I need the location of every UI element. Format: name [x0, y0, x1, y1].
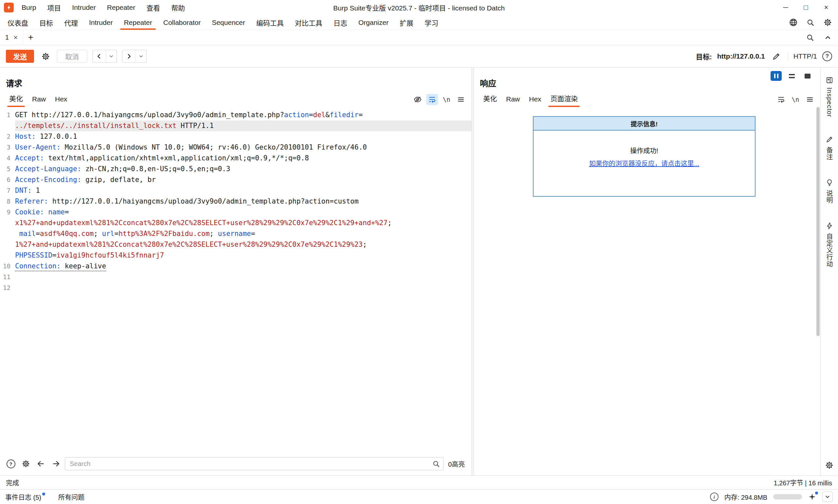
pane-divider[interactable]	[471, 68, 474, 475]
editor-line[interactable]: mail=asdf%40qq.com; url=http%3A%2F%2Fbai…	[0, 229, 471, 239]
tab-logger[interactable]: 日志	[328, 15, 353, 30]
editor-line-text[interactable]: GET http://127.0.0.1/haiyangcms/upload/3…	[15, 110, 471, 121]
globe-icon[interactable]	[789, 18, 798, 27]
tab-intruder[interactable]: Intruder	[84, 15, 118, 30]
editor-line[interactable]: 9Cookie: name=	[0, 207, 471, 218]
editor-line-text[interactable]: User-Agent: Mozilla/5.0 (Windows NT 10.0…	[15, 142, 471, 153]
editor-line-text[interactable]: mail=asdf%40qq.com; url=http%3A%2F%2Fbai…	[15, 229, 471, 239]
ai-sparkle-icon[interactable]	[808, 492, 816, 501]
http-version-selector[interactable]: HTTP/1	[794, 52, 817, 60]
sidebar-item-inspector[interactable]: Inspector	[825, 76, 834, 117]
request-tab-raw[interactable]: Raw	[28, 92, 50, 107]
tab-dashboard[interactable]: 仪表盘	[2, 15, 34, 30]
editor-line[interactable]: 11	[0, 272, 471, 283]
search-settings-gear-icon[interactable]	[20, 457, 32, 470]
forward-dropdown-button[interactable]	[136, 50, 147, 63]
editor-line[interactable]: 5Accept-Language: zh-CN,zh;q=0.8,en-US;q…	[0, 164, 471, 175]
previous-match-arrow-left-icon[interactable]	[35, 457, 47, 470]
editor-line-text[interactable]: Host: 127.0.0.1	[15, 131, 471, 142]
layout-columns-button[interactable]	[770, 71, 782, 81]
menu-view[interactable]: 查看	[141, 0, 165, 15]
tab-repeater[interactable]: Repeater	[118, 15, 158, 30]
editor-line[interactable]: ../templets/../install/install_lock.txt …	[0, 121, 471, 131]
editor-line-text[interactable]: Cookie: name=	[15, 207, 471, 218]
search-input[interactable]	[65, 457, 444, 470]
editor-line-text[interactable]: Accept-Encoding: gzip, deflate, br	[15, 175, 471, 185]
editor-line[interactable]: 7DNT: 1	[0, 185, 471, 196]
menu-intruder[interactable]: Intruder	[67, 0, 101, 15]
response-tab-render[interactable]: 页面渲染	[546, 90, 582, 107]
menu-burp[interactable]: Burp	[16, 0, 41, 15]
request-tab-hex[interactable]: Hex	[50, 92, 72, 107]
tab-decoder[interactable]: 编码工具	[251, 15, 289, 30]
editor-line-text[interactable]: Referer: http://127.0.0.1/haiyangcms/upl…	[15, 196, 471, 207]
editor-menu-icon[interactable]	[455, 94, 467, 105]
back-button[interactable]	[92, 50, 106, 63]
tab-organizer[interactable]: Organizer	[353, 15, 394, 30]
forward-button[interactable]	[122, 50, 136, 63]
search-icon[interactable]	[806, 18, 815, 27]
editor-line[interactable]: 1%27+and+updatexml%281%2Cconcat%280x7e%2…	[0, 239, 471, 250]
editor-line-text[interactable]: PHPSESSID=iva1gi9hcfouf5l4ki5fnnarj7	[15, 250, 471, 261]
layout-single-button[interactable]	[802, 71, 813, 81]
request-editor[interactable]: 1GET http://127.0.0.1/haiyangcms/upload/…	[0, 107, 471, 454]
event-log-tab[interactable]: 事件日志 (5)	[5, 492, 45, 502]
editor-line[interactable]: 8Referer: http://127.0.0.1/haiyangcms/up…	[0, 196, 471, 207]
editor-line-text[interactable]: Accept: text/html,application/xhtml+xml,…	[15, 153, 471, 164]
editor-line-text[interactable]	[15, 283, 471, 293]
soft-wrap-icon[interactable]	[775, 94, 787, 105]
editor-line-text[interactable]: x1%27+and+updatexml%281%2Cconcat%280x7e%…	[15, 218, 471, 229]
editor-line-text[interactable]: Connection: keep-alive	[15, 261, 471, 272]
sidebar-item-custom-actions[interactable]: 自定义行动	[824, 222, 834, 267]
show-newlines-icon[interactable]: \n	[789, 94, 801, 105]
menu-repeater[interactable]: Repeater	[102, 0, 140, 15]
cancel-button[interactable]: 取消	[57, 50, 87, 63]
editor-line-text[interactable]: ../templets/../install/install_lock.txt …	[15, 121, 471, 131]
tab-learn[interactable]: 学习	[419, 15, 444, 30]
editor-line-text[interactable]: DNT: 1	[15, 185, 471, 196]
sidebar-item-notes[interactable]: 备注	[824, 136, 834, 160]
editor-line-text[interactable]: Accept-Language: zh-CN,zh;q=0.8,en-US;q=…	[15, 164, 471, 175]
all-issues-tab[interactable]: 所有问题	[58, 492, 85, 502]
editor-line[interactable]: 10Connection: keep-alive	[0, 261, 471, 272]
sidebar-item-docs[interactable]: 说明	[824, 179, 834, 203]
response-tab-raw[interactable]: Raw	[501, 92, 524, 107]
show-newlines-icon[interactable]: \n	[441, 94, 452, 105]
gear-icon[interactable]	[823, 18, 832, 27]
repeater-tab-1[interactable]: 1 ×	[0, 30, 23, 45]
next-match-arrow-right-icon[interactable]	[50, 457, 62, 470]
response-tab-pretty[interactable]: 美化	[479, 90, 501, 107]
menu-help[interactable]: 帮助	[166, 0, 190, 15]
collapse-panel-button[interactable]	[822, 491, 833, 502]
layout-rows-button[interactable]	[786, 71, 798, 81]
help-icon[interactable]: ?	[822, 51, 832, 61]
soft-wrap-icon[interactable]	[426, 94, 438, 105]
editor-line[interactable]: PHPSESSID=iva1gi9hcfouf5l4ki5fnnarj7	[0, 250, 471, 261]
menu-project[interactable]: 项目	[42, 0, 66, 15]
hide-nonprinting-eye-off-icon[interactable]	[412, 94, 424, 105]
edit-target-pencil-icon[interactable]	[770, 50, 783, 62]
close-tab-icon[interactable]: ×	[14, 34, 18, 41]
editor-line[interactable]: 3User-Agent: Mozilla/5.0 (Windows NT 10.…	[0, 142, 471, 153]
editor-line[interactable]: 12	[0, 283, 471, 293]
alert-link[interactable]: 如果你的浏览器没反应，请点击这里...	[589, 158, 699, 168]
tab-target[interactable]: 目标	[34, 15, 58, 30]
tab-proxy[interactable]: 代理	[58, 15, 84, 30]
send-button[interactable]: 发送	[6, 50, 34, 63]
tab-extensions[interactable]: 扩展	[394, 15, 419, 30]
request-tab-pretty[interactable]: 美化	[4, 90, 28, 107]
tab-comparer[interactable]: 对比工具	[289, 15, 328, 30]
search-icon[interactable]	[806, 33, 815, 42]
close-button[interactable]: ×	[818, 2, 834, 14]
sidebar-gear-icon[interactable]	[825, 461, 834, 470]
minimize-button[interactable]: ─	[778, 2, 794, 14]
editor-line[interactable]: 6Accept-Encoding: gzip, deflate, br	[0, 175, 471, 185]
editor-line[interactable]: 4Accept: text/html,application/xhtml+xml…	[0, 153, 471, 164]
editor-line-text[interactable]: 1%27+and+updatexml%281%2Cconcat%280x7e%2…	[15, 239, 471, 250]
send-settings-gear-icon[interactable]	[39, 50, 52, 62]
editor-menu-icon[interactable]	[804, 94, 816, 105]
response-scrollbar-thumb[interactable]	[816, 107, 820, 336]
chevron-up-icon[interactable]	[824, 33, 832, 42]
tab-collaborator[interactable]: Collaborator	[158, 15, 206, 30]
maximize-button[interactable]: □	[798, 2, 814, 14]
